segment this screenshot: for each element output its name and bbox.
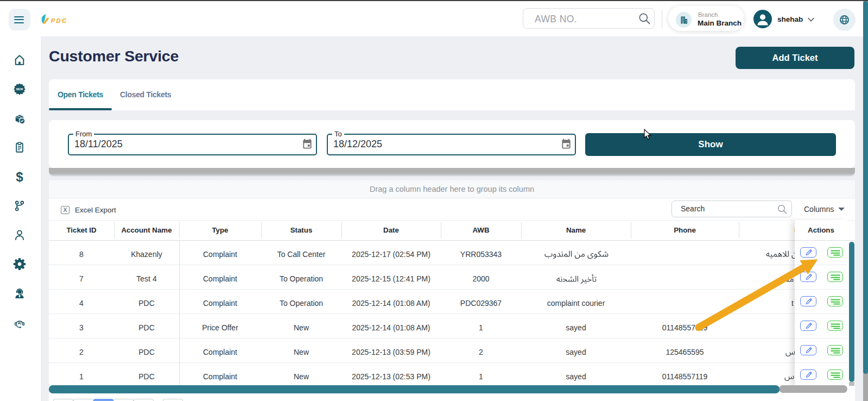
svg-text:AI: AI [18, 321, 22, 325]
svg-text:$: $ [16, 170, 23, 183]
svg-text:PDC: PDC [51, 17, 68, 24]
svg-text:NEW: NEW [16, 87, 23, 91]
